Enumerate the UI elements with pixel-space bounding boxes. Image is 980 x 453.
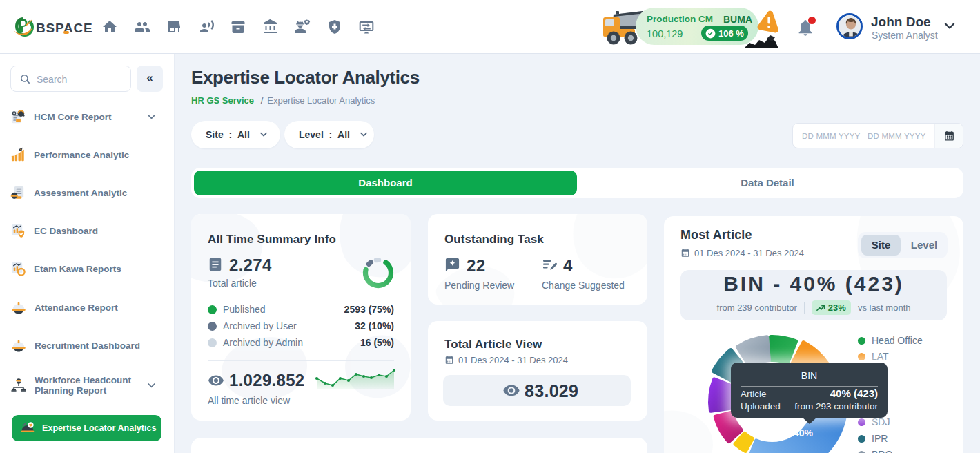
- svg-text:40%: 40%: [794, 427, 814, 438]
